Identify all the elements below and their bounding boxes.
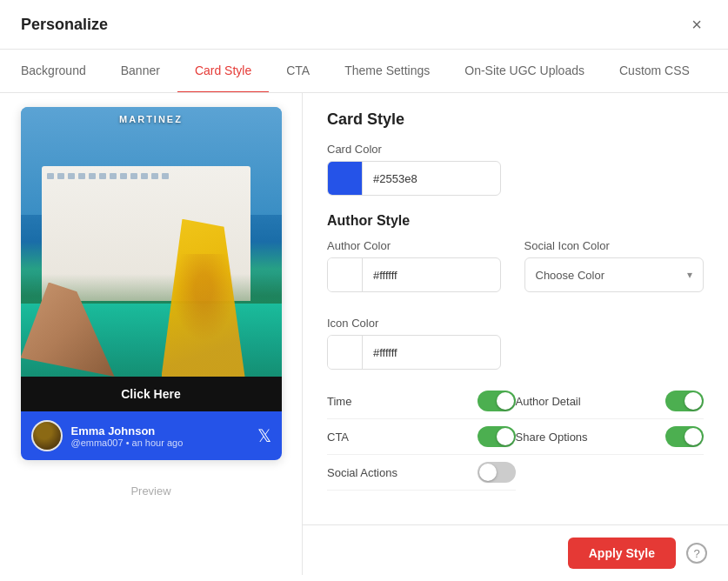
icon-color-input[interactable]: #ffffff <box>327 335 501 370</box>
icon-color-group: Icon Color #ffffff <box>327 317 704 370</box>
cta-toggle[interactable] <box>478 426 516 447</box>
author-color-group: Author Color #ffffff <box>327 239 507 292</box>
tab-on-site-ugc[interactable]: On-Site UGC Uploads <box>447 50 602 93</box>
social-icon-color-select[interactable]: Choose Color ▾ <box>524 257 705 292</box>
icon-color-value: #ffffff <box>363 346 500 359</box>
tab-background[interactable]: Background <box>21 50 104 93</box>
dialog-title: Personalize <box>21 16 108 34</box>
dialog-header: Personalize × <box>0 0 728 50</box>
author-detail-toggle-row: Author Detail <box>516 384 705 419</box>
social-actions-toggle[interactable] <box>478 462 516 483</box>
social-icon-color-group: Social Icon Color Choose Color ▾ <box>524 239 705 292</box>
author-handle: @emma007 • an hour ago <box>71 437 249 448</box>
card-color-group: Card Color #2553e8 <box>327 143 704 196</box>
nav-tabs: Background Banner Card Style CTA Theme S… <box>0 50 728 93</box>
settings-panel: Card Style Card Color #2553e8 Author Sty… <box>303 93 728 575</box>
time-toggle[interactable] <box>478 391 516 411</box>
twitter-icon: 𝕏 <box>257 425 271 446</box>
avatar-image <box>33 422 61 450</box>
card-color-swatch <box>328 162 363 195</box>
close-button[interactable]: × <box>686 14 707 35</box>
author-name: Emma Johnson <box>71 424 249 437</box>
author-color-label: Author Color <box>327 239 507 252</box>
author-info: Emma Johnson @emma007 • an hour ago <box>71 424 249 448</box>
author-color-value: #ffffff <box>363 269 500 282</box>
chevron-down-icon: ▾ <box>687 269 692 281</box>
author-detail-toggle[interactable] <box>665 391 704 411</box>
section-title: Card Style <box>327 110 704 129</box>
windows <box>42 166 250 186</box>
help-icon[interactable]: ? <box>686 543 707 564</box>
empty-toggle-row <box>516 455 705 491</box>
tab-card-style[interactable]: Card Style <box>177 50 269 93</box>
author-avatar <box>31 420 63 451</box>
icon-color-label: Icon Color <box>327 317 704 330</box>
share-options-toggle[interactable] <box>665 426 704 447</box>
share-options-toggle-row: Share Options <box>516 419 705 455</box>
social-actions-toggle-row: Social Actions <box>327 455 516 491</box>
footer: Apply Style ? <box>303 524 728 581</box>
icon-color-swatch <box>328 336 363 369</box>
time-toggle-row: Time <box>327 384 516 419</box>
card-image: MARTINEZ <box>21 107 282 377</box>
tab-cta[interactable]: CTA <box>269 50 327 93</box>
preview-panel: MARTINEZ <box>0 93 303 575</box>
social-actions-toggle-label: Social Actions <box>327 466 397 479</box>
toggles-grid: Time Author Detail CTA Share Options Soc… <box>327 384 704 491</box>
author-bar: Emma Johnson @emma007 • an hour ago 𝕏 <box>21 411 282 460</box>
preview-label: Preview <box>130 484 170 498</box>
author-color-input[interactable]: #ffffff <box>327 257 501 292</box>
author-detail-toggle-label: Author Detail <box>516 395 581 408</box>
author-color-swatch <box>328 258 363 291</box>
social-icon-color-value: Choose Color <box>536 269 605 282</box>
hotel-name-text: MARTINEZ <box>119 114 183 124</box>
person-figure <box>151 202 256 377</box>
tab-banner[interactable]: Banner <box>104 50 177 93</box>
hand-area <box>21 242 125 377</box>
social-icon-color-label: Social Icon Color <box>524 239 705 252</box>
time-toggle-label: Time <box>327 395 351 408</box>
card-color-value: #2553e8 <box>363 172 500 185</box>
cta-bar: Click Here <box>21 377 282 411</box>
main-content: MARTINEZ <box>0 93 728 575</box>
author-social-row: Author Color #ffffff Social Icon Color C… <box>327 239 704 306</box>
cta-toggle-row: CTA <box>327 419 516 455</box>
card-color-label: Card Color <box>327 143 704 156</box>
tab-theme-settings[interactable]: Theme Settings <box>327 50 447 93</box>
share-options-toggle-label: Share Options <box>516 431 588 444</box>
card-preview: MARTINEZ <box>21 107 282 460</box>
apply-style-button[interactable]: Apply Style <box>568 538 676 569</box>
tab-custom-css[interactable]: Custom CSS <box>602 50 707 93</box>
card-color-input[interactable]: #2553e8 <box>327 161 501 196</box>
author-section-title: Author Style <box>327 213 704 229</box>
cta-toggle-label: CTA <box>327 431 349 444</box>
